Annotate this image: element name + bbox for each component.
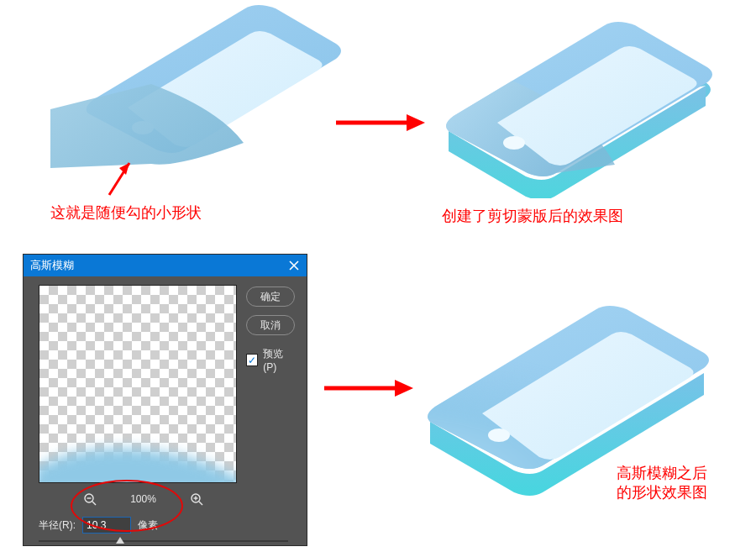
arrow-top bbox=[334, 111, 427, 134]
dialog-title-text: 高斯模糊 bbox=[30, 258, 74, 273]
svg-line-10 bbox=[199, 502, 202, 505]
zoom-level: 100% bbox=[130, 493, 156, 505]
slider-thumb[interactable] bbox=[116, 537, 124, 544]
cancel-button-label: 取消 bbox=[260, 318, 281, 333]
check-icon: ✓ bbox=[248, 355, 256, 365]
annotation-shape-note-text: 这就是随便勾的小形状 bbox=[50, 204, 202, 221]
cancel-button[interactable]: 取消 bbox=[246, 315, 295, 335]
zoom-out-icon[interactable] bbox=[83, 492, 97, 506]
preview-checkbox-label: 预览(P) bbox=[263, 347, 295, 373]
svg-marker-2 bbox=[119, 163, 129, 175]
close-icon[interactable] bbox=[288, 260, 300, 271]
zoom-controls: 100% bbox=[39, 488, 248, 510]
radius-slider[interactable] bbox=[39, 537, 288, 545]
radius-row: 半径(R): 10.3 像素 bbox=[39, 517, 158, 534]
ok-button[interactable]: 确定 bbox=[246, 287, 295, 307]
gaussian-blur-dialog: 高斯模糊 确定 取消 ✓ 预览(P) bbox=[24, 255, 307, 545]
preview-area[interactable] bbox=[39, 285, 237, 483]
dialog-side-buttons: 确定 取消 ✓ 预览(P) bbox=[246, 287, 295, 373]
preview-checkbox[interactable]: ✓ bbox=[246, 354, 258, 366]
annotation-after-clip: 创建了剪切蒙版后的效果图 bbox=[442, 207, 623, 226]
preview-blurred-shape bbox=[39, 435, 237, 483]
slider-track bbox=[39, 540, 288, 542]
phone-step-shape bbox=[50, 0, 353, 193]
annotation-after-blur: 高斯模糊之后 的形状效果图 bbox=[617, 464, 743, 503]
dialog-body: 确定 取消 ✓ 预览(P) 100% 半径(R): bbox=[24, 276, 307, 545]
annotation-after-blur-line1: 高斯模糊之后 bbox=[617, 465, 707, 481]
annotation-after-blur-line2: 的形状效果图 bbox=[617, 484, 707, 501]
radius-unit: 像素 bbox=[138, 518, 158, 533]
zoom-in-icon[interactable] bbox=[190, 492, 203, 506]
radius-label: 半径(R): bbox=[39, 518, 76, 533]
svg-point-16 bbox=[488, 428, 510, 442]
annotation-after-clip-text: 创建了剪切蒙版后的效果图 bbox=[442, 208, 623, 224]
radius-value: 10.3 bbox=[87, 519, 106, 531]
radius-input[interactable]: 10.3 bbox=[82, 517, 131, 534]
svg-point-5 bbox=[503, 136, 525, 150]
arrow-to-shape bbox=[106, 156, 134, 198]
svg-line-7 bbox=[92, 502, 96, 505]
ok-button-label: 确定 bbox=[260, 290, 281, 304]
dialog-titlebar[interactable]: 高斯模糊 bbox=[24, 255, 307, 276]
preview-checkbox-row[interactable]: ✓ 预览(P) bbox=[246, 347, 295, 373]
phone-step-clipped bbox=[420, 5, 731, 198]
annotation-shape-note: 这就是随便勾的小形状 bbox=[50, 203, 202, 223]
